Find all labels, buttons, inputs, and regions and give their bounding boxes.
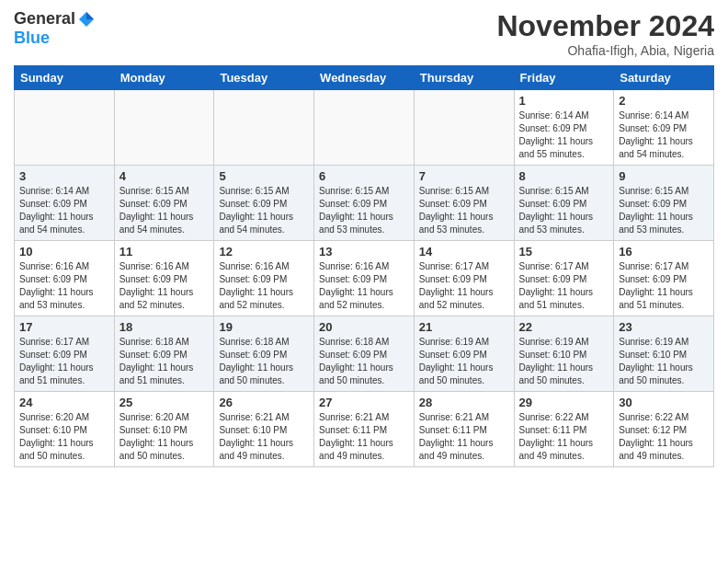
table-row: 22Sunrise: 6:19 AM Sunset: 6:10 PM Dayli…: [514, 316, 614, 392]
day-info: Sunrise: 6:14 AM Sunset: 6:09 PM Dayligh…: [19, 185, 109, 236]
day-info: Sunrise: 6:14 AM Sunset: 6:09 PM Dayligh…: [619, 109, 709, 161]
table-row: 14Sunrise: 6:17 AM Sunset: 6:09 PM Dayli…: [414, 241, 514, 316]
table-row: 26Sunrise: 6:21 AM Sunset: 6:10 PM Dayli…: [214, 392, 314, 467]
day-number: 13: [319, 245, 409, 259]
day-number: 25: [119, 396, 210, 409]
svg-marker-1: [86, 12, 94, 19]
header-thursday: Thursday: [414, 66, 514, 90]
table-row: 27Sunrise: 6:21 AM Sunset: 6:11 PM Dayli…: [314, 392, 415, 467]
day-info: Sunrise: 6:15 AM Sunset: 6:09 PM Dayligh…: [219, 185, 309, 236]
table-row: 19Sunrise: 6:18 AM Sunset: 6:09 PM Dayli…: [214, 316, 314, 392]
day-number: 17: [19, 320, 109, 334]
table-row: 4Sunrise: 6:15 AM Sunset: 6:09 PM Daylig…: [114, 166, 214, 241]
day-info: Sunrise: 6:18 AM Sunset: 6:09 PM Dayligh…: [119, 336, 210, 387]
logo-blue-text: Blue: [14, 29, 50, 48]
table-row: 11Sunrise: 6:16 AM Sunset: 6:09 PM Dayli…: [114, 241, 214, 316]
table-row: 1Sunrise: 6:14 AM Sunset: 6:09 PM Daylig…: [514, 90, 614, 166]
day-number: 19: [219, 320, 309, 334]
day-number: 8: [519, 169, 609, 183]
logo-icon: [77, 10, 96, 29]
day-info: Sunrise: 6:21 AM Sunset: 6:11 PM Dayligh…: [419, 411, 509, 463]
day-info: Sunrise: 6:19 AM Sunset: 6:10 PM Dayligh…: [619, 336, 709, 387]
day-number: 9: [619, 169, 709, 183]
day-number: 27: [319, 396, 409, 409]
day-info: Sunrise: 6:15 AM Sunset: 6:09 PM Dayligh…: [619, 185, 709, 236]
day-number: 23: [619, 320, 709, 334]
header-wednesday: Wednesday: [314, 66, 415, 90]
day-number: 22: [519, 320, 609, 334]
table-row: 5Sunrise: 6:15 AM Sunset: 6:09 PM Daylig…: [214, 166, 314, 241]
table-row: 2Sunrise: 6:14 AM Sunset: 6:09 PM Daylig…: [614, 90, 714, 166]
day-number: 2: [619, 94, 709, 108]
week-row-0: 1Sunrise: 6:14 AM Sunset: 6:09 PM Daylig…: [15, 90, 714, 166]
table-row: 13Sunrise: 6:16 AM Sunset: 6:09 PM Dayli…: [314, 241, 415, 316]
day-info: Sunrise: 6:15 AM Sunset: 6:09 PM Dayligh…: [519, 185, 609, 236]
table-row: 18Sunrise: 6:18 AM Sunset: 6:09 PM Dayli…: [114, 316, 214, 392]
header-tuesday: Tuesday: [214, 66, 314, 90]
day-number: 29: [519, 396, 609, 409]
table-row: 28Sunrise: 6:21 AM Sunset: 6:11 PM Dayli…: [414, 392, 514, 467]
table-row: 16Sunrise: 6:17 AM Sunset: 6:09 PM Dayli…: [614, 241, 714, 316]
day-number: 5: [219, 169, 309, 183]
day-number: 18: [119, 320, 210, 334]
location: Ohafia-Ifigh, Abia, Nigeria: [496, 43, 714, 58]
day-info: Sunrise: 6:15 AM Sunset: 6:09 PM Dayligh…: [119, 185, 210, 236]
table-row: 3Sunrise: 6:14 AM Sunset: 6:09 PM Daylig…: [15, 166, 115, 241]
table-row: 23Sunrise: 6:19 AM Sunset: 6:10 PM Dayli…: [614, 316, 714, 392]
week-row-1: 3Sunrise: 6:14 AM Sunset: 6:09 PM Daylig…: [15, 166, 714, 241]
day-info: Sunrise: 6:16 AM Sunset: 6:09 PM Dayligh…: [19, 260, 109, 312]
day-number: 14: [419, 245, 509, 259]
day-number: 1: [519, 94, 609, 108]
week-row-4: 24Sunrise: 6:20 AM Sunset: 6:10 PM Dayli…: [15, 392, 714, 467]
table-row: 12Sunrise: 6:16 AM Sunset: 6:09 PM Dayli…: [214, 241, 314, 316]
table-row: [314, 90, 415, 166]
day-info: Sunrise: 6:17 AM Sunset: 6:09 PM Dayligh…: [619, 260, 709, 312]
day-info: Sunrise: 6:22 AM Sunset: 6:11 PM Dayligh…: [519, 411, 609, 463]
header-sunday: Sunday: [15, 66, 115, 90]
table-row: [15, 90, 115, 166]
day-info: Sunrise: 6:16 AM Sunset: 6:09 PM Dayligh…: [319, 260, 409, 312]
day-info: Sunrise: 6:15 AM Sunset: 6:09 PM Dayligh…: [419, 185, 509, 236]
day-info: Sunrise: 6:20 AM Sunset: 6:10 PM Dayligh…: [119, 411, 210, 463]
table-row: 15Sunrise: 6:17 AM Sunset: 6:09 PM Dayli…: [514, 241, 614, 316]
table-row: 10Sunrise: 6:16 AM Sunset: 6:09 PM Dayli…: [15, 241, 115, 316]
day-number: 16: [619, 245, 709, 259]
day-info: Sunrise: 6:21 AM Sunset: 6:10 PM Dayligh…: [219, 411, 309, 463]
table-row: 20Sunrise: 6:18 AM Sunset: 6:09 PM Dayli…: [314, 316, 415, 392]
week-row-2: 10Sunrise: 6:16 AM Sunset: 6:09 PM Dayli…: [15, 241, 714, 316]
day-number: 15: [519, 245, 609, 259]
table-row: 29Sunrise: 6:22 AM Sunset: 6:11 PM Dayli…: [514, 392, 614, 467]
table-row: 30Sunrise: 6:22 AM Sunset: 6:12 PM Dayli…: [614, 392, 714, 467]
day-number: 26: [219, 396, 309, 409]
table-row: [214, 90, 314, 166]
day-info: Sunrise: 6:20 AM Sunset: 6:10 PM Dayligh…: [19, 411, 109, 463]
day-number: 7: [419, 169, 509, 183]
day-info: Sunrise: 6:17 AM Sunset: 6:09 PM Dayligh…: [519, 260, 609, 312]
day-info: Sunrise: 6:14 AM Sunset: 6:09 PM Dayligh…: [519, 109, 609, 161]
calendar: Sunday Monday Tuesday Wednesday Thursday…: [14, 65, 714, 467]
logo: General Blue: [14, 9, 96, 48]
month-title: November 2024: [496, 9, 714, 43]
day-info: Sunrise: 6:19 AM Sunset: 6:10 PM Dayligh…: [519, 336, 609, 387]
day-info: Sunrise: 6:18 AM Sunset: 6:09 PM Dayligh…: [219, 336, 309, 387]
day-number: 24: [19, 396, 109, 409]
header-friday: Friday: [514, 66, 614, 90]
day-number: 12: [219, 245, 309, 259]
table-row: [114, 90, 214, 166]
day-info: Sunrise: 6:22 AM Sunset: 6:12 PM Dayligh…: [619, 411, 709, 463]
header: General Blue November 2024 Ohafia-Ifigh,…: [14, 9, 714, 58]
day-number: 3: [19, 169, 109, 183]
calendar-header-row: Sunday Monday Tuesday Wednesday Thursday…: [15, 66, 714, 90]
table-row: 24Sunrise: 6:20 AM Sunset: 6:10 PM Dayli…: [15, 392, 115, 467]
day-info: Sunrise: 6:19 AM Sunset: 6:09 PM Dayligh…: [419, 336, 509, 387]
title-section: November 2024 Ohafia-Ifigh, Abia, Nigeri…: [496, 9, 714, 58]
day-number: 10: [19, 245, 109, 259]
day-info: Sunrise: 6:17 AM Sunset: 6:09 PM Dayligh…: [419, 260, 509, 312]
day-info: Sunrise: 6:18 AM Sunset: 6:09 PM Dayligh…: [319, 336, 409, 387]
table-row: 9Sunrise: 6:15 AM Sunset: 6:09 PM Daylig…: [614, 166, 714, 241]
day-number: 28: [419, 396, 509, 409]
table-row: 6Sunrise: 6:15 AM Sunset: 6:09 PM Daylig…: [314, 166, 415, 241]
table-row: 25Sunrise: 6:20 AM Sunset: 6:10 PM Dayli…: [114, 392, 214, 467]
header-saturday: Saturday: [614, 66, 714, 90]
day-number: 20: [319, 320, 409, 334]
